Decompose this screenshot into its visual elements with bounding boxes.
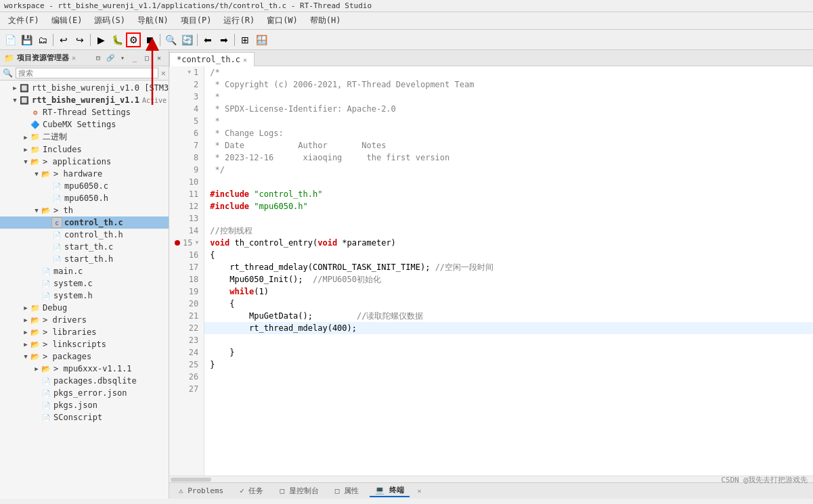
tree-item-packages-db[interactable]: 📄 packages.dbsqlite bbox=[0, 375, 169, 387]
run-button[interactable]: ▶ bbox=[93, 32, 108, 47]
tree-item-packages[interactable]: ▼ 📂 > packages bbox=[0, 350, 169, 363]
menu-project[interactable]: 项目(P) bbox=[175, 14, 217, 28]
tab-terminal[interactable]: 💻 终端 bbox=[370, 484, 410, 497]
tree-item-rtthread[interactable]: ⚙ RT-Thread Settings bbox=[0, 106, 169, 118]
tree-item-binary[interactable]: ▶ 📁 二进制 bbox=[0, 131, 169, 143]
save-button[interactable]: 💾 bbox=[19, 32, 34, 47]
folder-icon-apps: 📂 bbox=[30, 156, 41, 167]
link-with-editor-icon[interactable]: 🔗 bbox=[105, 53, 116, 64]
close-panel-icon[interactable]: ✕ bbox=[154, 53, 164, 64]
tab-control-th-c[interactable]: *control_th.c ✕ bbox=[169, 52, 255, 66]
menu-run[interactable]: 运行(R) bbox=[218, 14, 260, 28]
code-line-22: rt_thread_mdelay(400); bbox=[204, 322, 813, 334]
tree-item-drivers[interactable]: ▶ 📂 > drivers bbox=[0, 314, 169, 326]
horizontal-scrollbar[interactable] bbox=[169, 476, 813, 482]
tree-item-includes[interactable]: ▶ 📁 Includes bbox=[0, 143, 169, 156]
line-num-18: 18 bbox=[175, 273, 198, 285]
tree-label-mpu6xxx: > mpu6xxx-v1.1.1 bbox=[53, 364, 132, 373]
tab-properties[interactable]: □ 属性 bbox=[330, 485, 364, 497]
save-all-button[interactable]: 🗂 bbox=[35, 32, 50, 47]
tree-item-pkgs-error[interactable]: 📄 pkgs_error.json bbox=[0, 387, 169, 399]
debug-button[interactable]: 🐛 bbox=[110, 32, 125, 47]
tree-item-th[interactable]: ▼ 📂 > th bbox=[0, 204, 169, 216]
search-toolbar-button[interactable]: 🔍 bbox=[163, 32, 178, 47]
project-badge: Active - D bbox=[142, 97, 169, 104]
minimize-panel-icon[interactable]: _ bbox=[129, 53, 140, 64]
forward-button[interactable]: ➡ bbox=[217, 32, 232, 47]
line-num-8: 8 bbox=[175, 152, 198, 164]
code-content[interactable]: /* * Copyright (c) 2006-2021, RT-Thread … bbox=[204, 66, 813, 476]
search-bar: 🔍 ✕ bbox=[0, 66, 169, 81]
tree-item-applications[interactable]: ▼ 📂 > applications bbox=[0, 156, 169, 168]
tab-problems[interactable]: ⚠ Problems bbox=[173, 486, 229, 496]
folder-icon-hardware: 📂 bbox=[41, 168, 51, 179]
panel-menu-icon[interactable]: ▾ bbox=[117, 53, 128, 64]
code-line-25: } bbox=[204, 359, 813, 371]
cubemx-icon: 🔷 bbox=[30, 119, 41, 130]
tree-item-mpu6050h[interactable]: 📄 mpu6050.h bbox=[0, 192, 169, 204]
tree-item-system-c[interactable]: 📄 system.c bbox=[0, 277, 169, 290]
search-input[interactable] bbox=[16, 68, 158, 78]
line-num-7: 7 bbox=[175, 139, 198, 152]
watermark: CSDN @我先去打把游戏先 bbox=[721, 475, 808, 485]
tab-console[interactable]: □ 显控制台 bbox=[274, 485, 324, 497]
open-perspective[interactable]: ⊞ bbox=[238, 32, 252, 47]
tree-label-includes: Includes bbox=[43, 145, 82, 154]
menu-file[interactable]: 文件(F) bbox=[3, 14, 45, 28]
tree-item-proj2[interactable]: ▼ 🔲 rtt_bishe_wurenji_v1.1 Active - D bbox=[0, 94, 169, 106]
tree-arrow-binary: ▶ bbox=[22, 134, 30, 141]
tree-item-main-c[interactable]: 📄 main.c bbox=[0, 265, 169, 277]
tree-item-libraries[interactable]: ▶ 📂 > libraries bbox=[0, 326, 169, 338]
window-btn[interactable]: 🪟 bbox=[254, 32, 269, 47]
tree-item-proj1[interactable]: ▶ 🔲 rtt_bishe_wurenji_v1.0 [STM32_sixu bbox=[0, 82, 169, 94]
tab-close-terminal[interactable]: ✕ bbox=[418, 487, 422, 495]
watermark-text: CSDN @我先去打把游戏先 bbox=[721, 476, 808, 484]
menu-source[interactable]: 源码(S) bbox=[89, 14, 131, 28]
tree-item-control-th-h[interactable]: 📄 control_th.h bbox=[0, 229, 169, 241]
tree-item-start-th-h[interactable]: 📄 start_th.h bbox=[0, 253, 169, 265]
menu-edit[interactable]: 编辑(E) bbox=[46, 14, 88, 28]
tree-label-mpu6050h: mpu6050.h bbox=[64, 193, 108, 203]
tree-item-pkgs-json[interactable]: 📄 pkgs.json bbox=[0, 399, 169, 411]
menu-window[interactable]: 窗口(W) bbox=[261, 14, 303, 28]
search-clear-icon[interactable]: ✕ bbox=[161, 68, 166, 78]
new-button[interactable]: 📄 bbox=[3, 32, 18, 47]
scrollbar-thumb[interactable] bbox=[171, 478, 211, 482]
tree-item-linkscripts[interactable]: ▶ 📂 > linkscripts bbox=[0, 338, 169, 350]
tree-item-system-h[interactable]: 📄 system.h bbox=[0, 290, 169, 302]
tree-item-start-th-c[interactable]: 📄 start_th.c bbox=[0, 241, 169, 253]
menu-help[interactable]: 帮助(H) bbox=[305, 14, 347, 28]
refresh-button[interactable]: 🔄 bbox=[179, 32, 194, 47]
code-line-10 bbox=[204, 176, 813, 188]
tree-label-libraries: > libraries bbox=[43, 327, 96, 337]
tree-arrow-mpu6xxx: ▶ bbox=[32, 365, 41, 372]
stop-button[interactable]: ⏹ bbox=[142, 32, 157, 47]
tree-item-mpu6xxx[interactable]: ▶ 📂 > mpu6xxx-v1.1.1 bbox=[0, 363, 169, 375]
search-icon: 🔍 bbox=[3, 68, 13, 78]
back-button[interactable]: ⬅ bbox=[200, 32, 215, 47]
code-line-4: * SPDX-License-Identifier: Apache-2.0 bbox=[204, 103, 813, 115]
code-editor[interactable]: ▼ 1 2 3 4 5 6 7 8 9 10 11 12 13 14 15 bbox=[169, 66, 813, 476]
code-line-16: { bbox=[204, 249, 813, 261]
tab-close-icon[interactable]: ✕ bbox=[243, 56, 247, 64]
build-button[interactable]: ⚙ bbox=[126, 32, 141, 47]
tree-item-cubemx[interactable]: 🔷 CubeMX Settings bbox=[0, 118, 169, 131]
breakpoint-icon bbox=[175, 240, 180, 246]
tree-item-debug[interactable]: ▶ 📁 Debug bbox=[0, 302, 169, 314]
tab-label: *control_th.c bbox=[177, 55, 240, 64]
tab-tasks[interactable]: ✓ 任务 bbox=[234, 485, 269, 497]
collapse-all-icon[interactable]: ⊟ bbox=[93, 53, 104, 64]
tree-item-hardware[interactable]: ▼ 📂 > hardware bbox=[0, 168, 169, 180]
tree-item-sconscript[interactable]: 📄 SConscript bbox=[0, 411, 169, 423]
menu-navigate[interactable]: 导航(N) bbox=[132, 14, 174, 28]
tree-item-mpu6050c[interactable]: 📄 mpu6050.c bbox=[0, 180, 169, 192]
file-icon-system-h: 📄 bbox=[41, 290, 51, 301]
code-line-2: * Copyright (c) 2006-2021, RT-Thread Dev… bbox=[204, 78, 813, 91]
redo-button[interactable]: ↪ bbox=[72, 32, 87, 47]
undo-button[interactable]: ↩ bbox=[56, 32, 71, 47]
file-icon-main-c: 📄 bbox=[41, 266, 51, 277]
line-num-24: 24 bbox=[175, 346, 198, 359]
tree-item-control-th-c[interactable]: c control_th.c bbox=[0, 216, 169, 229]
code-line-26 bbox=[204, 371, 813, 383]
maximize-panel-icon[interactable]: □ bbox=[141, 53, 152, 64]
